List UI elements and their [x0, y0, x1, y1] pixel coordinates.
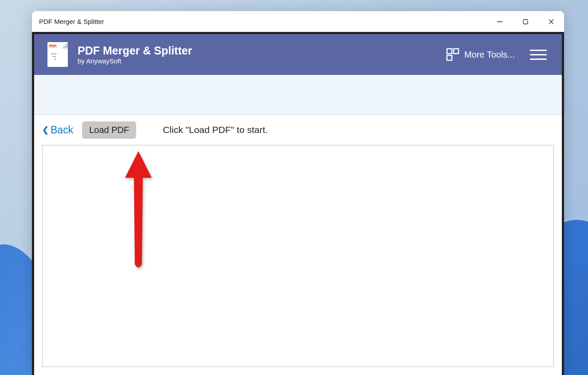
app-frame: PDF ••• •• • PDF Merger & Splitter by An…	[32, 32, 564, 375]
app-header-left: PDF ••• •• • PDF Merger & Splitter by An…	[47, 42, 192, 67]
maximize-icon	[522, 19, 529, 25]
app-subtitle: by AnywaySoft	[78, 57, 192, 65]
app-title: PDF Merger & Splitter	[78, 44, 192, 57]
window-controls	[487, 11, 564, 32]
hamburger-icon	[530, 59, 547, 60]
hint-text: Click "Load PDF" to start.	[163, 125, 268, 135]
svg-rect-5	[454, 49, 459, 54]
more-tools-label: More Tools...	[464, 50, 515, 60]
pdf-drop-zone[interactable]	[42, 145, 554, 367]
logo-dots-icon: ••• •• •	[51, 53, 57, 61]
app-title-block: PDF Merger & Splitter by AnywaySoft	[78, 44, 192, 65]
window-title: PDF Merger & Splitter	[39, 18, 104, 25]
hamburger-icon	[530, 54, 547, 55]
svg-rect-1	[523, 20, 528, 24]
close-button[interactable]	[538, 11, 564, 32]
minimize-button[interactable]	[487, 11, 513, 32]
minimize-icon	[497, 19, 503, 25]
app-header: PDF ••• •• • PDF Merger & Splitter by An…	[34, 34, 562, 75]
logo-pdf-badge: PDF	[48, 44, 57, 48]
titlebar: PDF Merger & Splitter	[32, 11, 564, 32]
back-button[interactable]: ❮ Back	[42, 124, 73, 136]
content-area	[34, 145, 562, 375]
grid-icon	[446, 47, 460, 62]
app-logo-icon: PDF ••• •• •	[47, 42, 68, 67]
more-tools-button[interactable]: More Tools...	[446, 47, 515, 62]
svg-rect-6	[447, 55, 452, 60]
maximize-button[interactable]	[513, 11, 538, 32]
chevron-left-icon: ❮	[42, 125, 49, 135]
hamburger-icon	[530, 50, 547, 51]
close-icon	[548, 19, 554, 25]
app-header-right: More Tools...	[446, 47, 549, 62]
app-window: PDF Merger & Splitter PDF ••• •• • PDF M…	[32, 11, 564, 375]
load-pdf-button[interactable]: Load PDF	[82, 121, 136, 139]
svg-rect-4	[447, 49, 452, 54]
toolbar: ❮ Back Load PDF Click "Load PDF" to star…	[34, 115, 562, 145]
sub-header-bar	[34, 75, 562, 115]
menu-button[interactable]	[528, 48, 549, 62]
back-label: Back	[51, 124, 73, 136]
